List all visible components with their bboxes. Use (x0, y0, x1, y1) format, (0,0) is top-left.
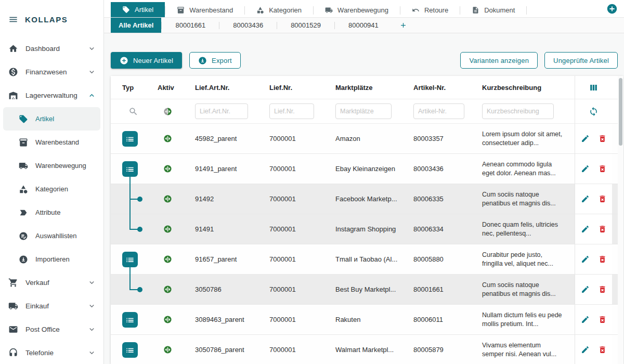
add-tab-button[interactable] (606, 3, 618, 15)
variant-list-button[interactable] (122, 312, 138, 328)
delete-button[interactable] (598, 255, 607, 264)
active-status-icon[interactable] (163, 164, 172, 173)
sidebar-item-lagerverwaltung[interactable]: Lagerverwaltung (0, 84, 103, 107)
table-row[interactable]: 3089463_parent7000001Rakuten80006011Null… (111, 305, 623, 335)
cell-lief-nr: 7000001 (269, 225, 296, 233)
aktiv-filter-toggle-icon[interactable] (163, 107, 172, 116)
cell-lief-art-nr: 91492 (195, 195, 214, 203)
truck-icon (325, 6, 333, 14)
variant-list-button[interactable] (122, 342, 138, 358)
cell-lief-nr: 7000001 (269, 165, 296, 173)
table-row[interactable]: 45982_parent7000001Amazon80003357Lorem i… (111, 124, 623, 154)
table-row[interactable]: 91657_parent7000001Tmall и Taobao (Al...… (111, 244, 623, 275)
add-article-tab-button[interactable] (392, 18, 414, 33)
tab-kategorien[interactable]: Kategorien (245, 3, 313, 17)
active-status-icon[interactable] (163, 225, 172, 233)
delete-button[interactable] (598, 315, 607, 324)
edit-button[interactable] (581, 164, 590, 173)
article-tab-alle-artikel[interactable]: Alle Artikel (111, 18, 161, 33)
article-tab-80000941[interactable]: 80000941 (335, 18, 392, 33)
article-tab-80003436[interactable]: 80003436 (219, 18, 277, 33)
edit-button[interactable] (581, 134, 590, 143)
edit-button[interactable] (581, 255, 590, 264)
table-row[interactable]: 91491_parent7000001Ebay Kleinanzeigen800… (111, 154, 623, 184)
sidebar-subitem-warenbewegung[interactable]: Warenbewegung (3, 154, 100, 177)
tab-retoure[interactable]: Retoure (400, 3, 460, 17)
sidebar-subitem-artikel[interactable]: Artikel (3, 107, 100, 131)
active-status-icon[interactable] (163, 315, 172, 324)
content-area: Neuer Artikel Export Varianten anzeigen … (104, 33, 624, 364)
table-row[interactable]: 3050786_parent7000001Walmart Marketpl...… (111, 335, 623, 364)
table-filter-row (111, 99, 623, 124)
edit-button[interactable] (581, 315, 590, 324)
sidebar-item-dashboard[interactable]: Dashboard (0, 37, 103, 60)
delete-button[interactable] (598, 345, 607, 354)
active-status-icon[interactable] (163, 255, 172, 264)
tab-warenbestand[interactable]: Warenbestand (165, 3, 244, 17)
delete-button[interactable] (598, 164, 607, 173)
undo-icon (412, 6, 420, 14)
sidebar-item-label: Verkauf (25, 279, 80, 287)
sidebar-item-post-office[interactable]: Post Office (0, 318, 103, 341)
filter-marktplaetze-input[interactable] (335, 103, 392, 119)
list-icon (125, 134, 135, 144)
cell-marktplatz: Amazon (335, 135, 360, 142)
sidebar-subitem-importieren[interactable]: Importieren (3, 248, 100, 271)
filter-lief-art-nr-input[interactable] (195, 103, 248, 119)
delete-button[interactable] (598, 194, 607, 203)
sidebar-item-telefonie[interactable]: Telefonie (0, 341, 103, 364)
edit-button[interactable] (581, 345, 590, 354)
active-status-icon[interactable] (163, 285, 172, 294)
chevron-up-icon (87, 91, 96, 100)
sidebar-subitem-label: Kategorien (35, 185, 68, 193)
hamburger-menu-icon[interactable] (8, 15, 18, 24)
variant-list-button[interactable] (122, 131, 138, 147)
tab-warenbewegung[interactable]: Warenbewegung (314, 3, 400, 17)
article-tab-80001661[interactable]: 80001661 (162, 18, 219, 33)
variant-list-button[interactable] (122, 252, 138, 267)
sidebar-subitem-attribute[interactable]: Attribute (3, 201, 100, 224)
edit-button[interactable] (581, 285, 590, 294)
table-row[interactable]: 30507867000001Best Buy Marketpl...800016… (111, 275, 623, 305)
sidebar-item-finanzwesen[interactable]: Finanzwesen (0, 60, 103, 84)
cell-lief-nr: 7000001 (269, 195, 296, 203)
truck-icon (8, 301, 18, 311)
sidebar-item-label: Einkauf (25, 302, 80, 310)
filter-artikel-nr-input[interactable] (413, 103, 464, 119)
export-button[interactable]: Export (189, 52, 241, 69)
scrollbar-thumb[interactable] (619, 78, 622, 146)
active-status-icon[interactable] (163, 134, 172, 143)
delete-button[interactable] (598, 225, 607, 233)
refresh-icon[interactable] (589, 107, 599, 116)
article-tab-80001529[interactable]: 80001529 (277, 18, 334, 33)
delete-button[interactable] (598, 134, 607, 143)
edit-button[interactable] (581, 225, 590, 233)
filter-lief-nr-input[interactable] (269, 103, 314, 119)
variant-list-button[interactable] (122, 161, 138, 177)
sidebar-item-verkauf[interactable]: Verkauf (0, 271, 103, 294)
tab-dokument[interactable]: Dokument (460, 3, 526, 17)
truck-icon (19, 161, 28, 171)
sidebar-subitem-auswahllisten[interactable]: Auswahllisten (3, 224, 100, 248)
search-icon (128, 107, 138, 116)
sidebar-nav: DashboardFinanzwesenLagerverwaltungArtik… (0, 37, 103, 364)
filter-kurzbeschreibung-input[interactable] (482, 103, 554, 119)
sidebar-item-einkauf[interactable]: Einkauf (0, 294, 103, 318)
cell-kurzbeschreibung: Aenean commodo ligula eget dolor. Aenean… (482, 160, 564, 178)
cell-artikel-nr: 80006011 (413, 316, 443, 323)
show-variants-button[interactable]: Varianten anzeigen (460, 52, 538, 69)
sidebar-subitem-warenbestand[interactable]: Warenbestand (3, 131, 100, 154)
active-status-icon[interactable] (163, 194, 172, 203)
column-settings-icon[interactable] (589, 83, 599, 93)
edit-button[interactable] (581, 194, 590, 203)
cell-artikel-nr: 80003357 (413, 135, 444, 142)
table-row[interactable]: 914917000001Instagram Shopping80006334Do… (111, 214, 623, 244)
delete-button[interactable] (598, 285, 607, 294)
new-article-button[interactable]: Neuer Artikel (111, 52, 182, 69)
table-row[interactable]: 914927000001Facebook Marketp...80006335C… (111, 184, 623, 214)
dollar-icon (8, 67, 18, 77)
active-status-icon[interactable] (163, 345, 172, 354)
unverified-articles-button[interactable]: Ungeprüfte Artikel (544, 52, 618, 69)
sidebar-subitem-kategorien[interactable]: Kategorien (3, 177, 100, 201)
tab-artikel[interactable]: Artikel (111, 2, 165, 17)
